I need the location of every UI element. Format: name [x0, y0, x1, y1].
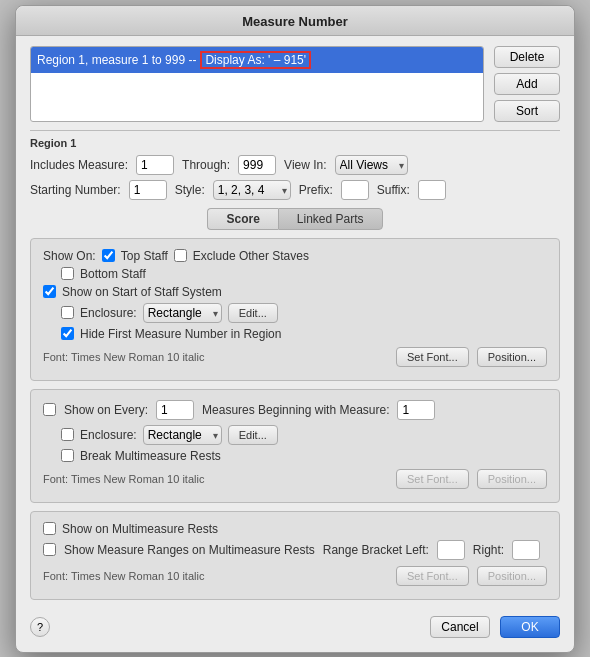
- exclude-other-staves-label: Exclude Other Staves: [193, 249, 309, 263]
- top-staff-checkbox[interactable]: [102, 249, 115, 262]
- set-font-button-1[interactable]: Set Font...: [396, 347, 469, 367]
- hide-first-checkbox[interactable]: [61, 327, 74, 340]
- show-on-start-label: Show on Start of Staff System: [62, 285, 222, 299]
- suffix-input[interactable]: [418, 180, 446, 200]
- list-item-selected[interactable]: Region 1, measure 1 to 999 -- Display As…: [31, 47, 483, 73]
- starting-number-row: Starting Number: Style: 1, 2, 3, 4 a, b,…: [30, 180, 560, 200]
- position-button-1[interactable]: Position...: [477, 347, 547, 367]
- suffix-label: Suffix:: [377, 183, 410, 197]
- bottom-staff-label: Bottom Staff: [80, 267, 146, 281]
- show-on-row: Show On: Top Staff Exclude Other Staves: [43, 249, 547, 263]
- measures-beginning-input[interactable]: [397, 400, 435, 420]
- bottom-staff-row: Bottom Staff: [61, 267, 547, 281]
- enclosure-row-1: Enclosure: Rectangle None Ellipse Triang…: [61, 303, 547, 323]
- enclosure-select-wrapper-2[interactable]: Rectangle None Ellipse: [143, 425, 222, 445]
- show-on-every-section: Show on Every: Measures Beginning with M…: [30, 389, 560, 503]
- includes-measure-input[interactable]: [136, 155, 174, 175]
- view-in-wrapper[interactable]: All Views Score Parts: [335, 155, 408, 175]
- set-font-button-3: Set Font...: [396, 566, 469, 586]
- view-in-label: View In:: [284, 158, 326, 172]
- right-button-group: Delete Add Sort: [494, 46, 560, 122]
- break-multimeasure-row: Break Multimeasure Rests: [61, 449, 547, 463]
- enclosure-row-2: Enclosure: Rectangle None Ellipse Edit..…: [61, 425, 547, 445]
- enclosure-select-wrapper-1[interactable]: Rectangle None Ellipse Triangle Diamond: [143, 303, 222, 323]
- range-bracket-left-label: Range Bracket Left:: [323, 543, 429, 557]
- tab-linked-parts[interactable]: Linked Parts: [278, 208, 383, 230]
- font-info-1: Font: Times New Roman 10 italic: [43, 351, 204, 363]
- position-button-2: Position...: [477, 469, 547, 489]
- includes-measure-row: Includes Measure: Through: View In: All …: [30, 155, 560, 175]
- multimeasure-section: Show on Multimeasure Rests Show Measure …: [30, 511, 560, 600]
- position-button-3: Position...: [477, 566, 547, 586]
- tab-bar: Score Linked Parts: [30, 208, 560, 230]
- show-on-multimeasure-label: Show on Multimeasure Rests: [62, 522, 218, 536]
- add-button[interactable]: Add: [494, 73, 560, 95]
- font-info-3: Font: Times New Roman 10 italic: [43, 570, 204, 582]
- starting-number-label: Starting Number:: [30, 183, 121, 197]
- top-staff-label: Top Staff: [121, 249, 168, 263]
- delete-button[interactable]: Delete: [494, 46, 560, 68]
- enclosure-select-1[interactable]: Rectangle None Ellipse Triangle Diamond: [143, 303, 222, 323]
- font-buttons-1: Set Font... Position...: [396, 347, 547, 367]
- font-buttons-2: Set Font... Position...: [396, 469, 547, 489]
- right-input[interactable]: [512, 540, 540, 560]
- enclosure-checkbox-2[interactable]: [61, 428, 74, 441]
- set-font-button-2: Set Font...: [396, 469, 469, 489]
- help-button[interactable]: ?: [30, 617, 50, 637]
- bottom-staff-checkbox[interactable]: [61, 267, 74, 280]
- includes-measure-label: Includes Measure:: [30, 158, 128, 172]
- bottom-buttons: ? Cancel OK: [30, 610, 560, 638]
- show-on-label: Show On:: [43, 249, 96, 263]
- show-on-every-input[interactable]: [156, 400, 194, 420]
- right-label: Right:: [473, 543, 504, 557]
- cancel-button[interactable]: Cancel: [430, 616, 490, 638]
- enclosure-select-2[interactable]: Rectangle None Ellipse: [143, 425, 222, 445]
- show-on-multimeasure-row: Show on Multimeasure Rests: [43, 522, 547, 536]
- tab-score[interactable]: Score: [207, 208, 277, 230]
- show-on-start-checkbox[interactable]: [43, 285, 56, 298]
- style-label: Style:: [175, 183, 205, 197]
- region-list[interactable]: Region 1, measure 1 to 999 -- Display As…: [30, 46, 484, 122]
- through-label: Through:: [182, 158, 230, 172]
- font-info-2: Font: Times New Roman 10 italic: [43, 473, 204, 485]
- view-in-select[interactable]: All Views Score Parts: [335, 155, 408, 175]
- show-on-every-label: Show on Every:: [64, 403, 148, 417]
- prefix-input[interactable]: [341, 180, 369, 200]
- show-on-every-checkbox[interactable]: [43, 403, 56, 416]
- edit-button-2[interactable]: Edit...: [228, 425, 278, 445]
- enclosure-label-2: Enclosure:: [80, 428, 137, 442]
- hide-first-row: Hide First Measure Number in Region: [61, 327, 547, 341]
- show-on-multimeasure-checkbox[interactable]: [43, 522, 56, 535]
- starting-number-input[interactable]: [129, 180, 167, 200]
- range-bracket-left-input[interactable]: [437, 540, 465, 560]
- style-select[interactable]: 1, 2, 3, 4 a, b, c, d A, B, C, D i, ii, …: [213, 180, 291, 200]
- show-measure-ranges-row: Show Measure Ranges on Multimeasure Rest…: [43, 540, 547, 560]
- measure-number-dialog: Measure Number Region 1, measure 1 to 99…: [15, 5, 575, 653]
- enclosure-label-1: Enclosure:: [80, 306, 137, 320]
- font-row-1: Font: Times New Roman 10 italic Set Font…: [43, 347, 547, 367]
- hide-first-label: Hide First Measure Number in Region: [80, 327, 281, 341]
- sort-button[interactable]: Sort: [494, 100, 560, 122]
- show-measure-ranges-label: Show Measure Ranges on Multimeasure Rest…: [64, 543, 315, 557]
- ok-button[interactable]: OK: [500, 616, 560, 638]
- enclosure-checkbox-1[interactable]: [61, 306, 74, 319]
- style-wrapper[interactable]: 1, 2, 3, 4 a, b, c, d A, B, C, D i, ii, …: [213, 180, 291, 200]
- through-input[interactable]: [238, 155, 276, 175]
- font-row-3: Font: Times New Roman 10 italic Set Font…: [43, 566, 547, 586]
- region-label: Region 1: [30, 130, 560, 149]
- list-item-highlight: Display As: ' – 915': [200, 51, 311, 69]
- show-on-start-row: Show on Start of Staff System: [43, 285, 547, 299]
- exclude-other-staves-checkbox[interactable]: [174, 249, 187, 262]
- show-on-section: Show On: Top Staff Exclude Other Staves …: [30, 238, 560, 381]
- font-row-2: Font: Times New Roman 10 italic Set Font…: [43, 469, 547, 489]
- dialog-title: Measure Number: [16, 6, 574, 36]
- break-multimeasure-label: Break Multimeasure Rests: [80, 449, 221, 463]
- break-multimeasure-checkbox[interactable]: [61, 449, 74, 462]
- show-measure-ranges-checkbox[interactable]: [43, 543, 56, 556]
- measures-beginning-label: Measures Beginning with Measure:: [202, 403, 389, 417]
- list-item-text: Region 1, measure 1 to 999 --: [37, 53, 196, 67]
- font-buttons-3: Set Font... Position...: [396, 566, 547, 586]
- show-on-every-row: Show on Every: Measures Beginning with M…: [43, 400, 547, 420]
- edit-button-1[interactable]: Edit...: [228, 303, 278, 323]
- prefix-label: Prefix:: [299, 183, 333, 197]
